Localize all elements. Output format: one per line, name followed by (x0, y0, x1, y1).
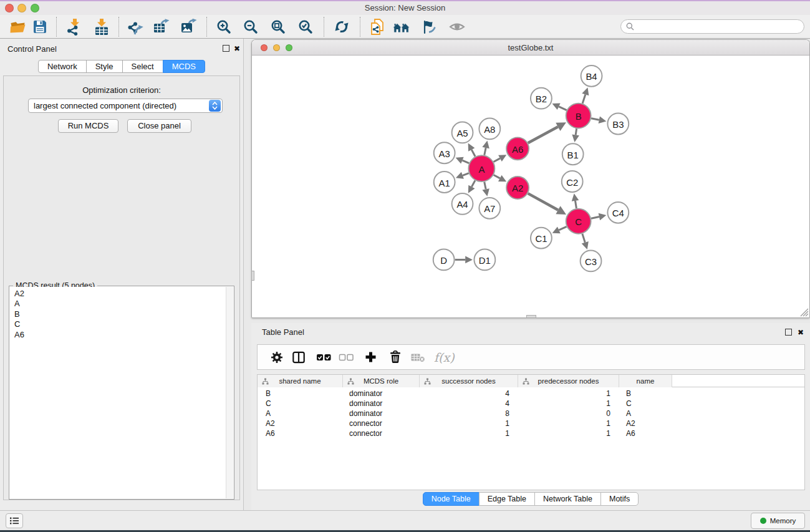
zoom-fit-button[interactable] (271, 16, 286, 37)
tab-network[interactable]: Network (38, 60, 87, 73)
tab-edge-table[interactable]: Edge Table (479, 492, 535, 506)
graph-edge-C-C4[interactable] (591, 216, 599, 218)
tab-network-table[interactable]: Network Table (534, 492, 601, 506)
select-stepper-icon (209, 100, 221, 112)
result-scrollbar[interactable] (226, 287, 233, 498)
table-row[interactable]: B dominator 4 1 B (258, 389, 804, 399)
zoom-in-icon (216, 19, 231, 34)
export-table-button[interactable] (153, 16, 170, 37)
graph-edge-A-A8[interactable] (485, 148, 486, 155)
resize-grip-icon[interactable] (800, 308, 809, 317)
search-input[interactable] (637, 21, 804, 32)
close-panel-icon[interactable]: ✖ (798, 329, 804, 336)
list-item[interactable]: A2 (14, 289, 226, 299)
minimize-window-button[interactable] (17, 4, 26, 12)
show-columns-button[interactable] (292, 345, 305, 369)
cell-shared-name: A6 (258, 428, 343, 438)
optimization-criterion-select[interactable]: largest connected component (directed) (28, 99, 223, 113)
cell-successor-nodes: 1 (420, 428, 518, 438)
float-panel-icon[interactable] (785, 329, 792, 336)
toolbar-divider (360, 17, 360, 37)
import-table-button[interactable] (94, 16, 109, 37)
export-image-icon (181, 19, 197, 35)
export-image-button[interactable] (181, 16, 197, 37)
graph-edge-A-A2[interactable] (494, 175, 500, 178)
duplicate-network-button[interactable] (370, 16, 385, 37)
table-row[interactable]: A6 connector 1 1 A6 (258, 428, 804, 438)
table-row[interactable]: C dominator 4 1 C (258, 399, 804, 409)
list-item[interactable]: A6 (14, 330, 226, 340)
table-settings-button[interactable] (271, 345, 283, 369)
graph-edge-A-A6[interactable] (494, 158, 500, 162)
close-network-window-button[interactable] (261, 44, 268, 51)
float-panel-icon[interactable] (223, 45, 229, 52)
import-network-button[interactable] (66, 16, 81, 37)
run-mcds-button[interactable]: Run MCDS (58, 119, 118, 133)
select-all-button[interactable] (316, 345, 332, 369)
tab-select[interactable]: Select (122, 60, 163, 73)
network-view-window: testGlobe.txt AA1A2A3A4A5A6A7A8BB1B2B3B4… (251, 39, 810, 318)
column-header-shared-name[interactable]: shared name (258, 375, 343, 387)
column-header-predecessor-nodes[interactable]: predecessor nodes (518, 375, 619, 387)
memory-button[interactable]: Memory (751, 513, 805, 529)
zoom-network-window-button[interactable] (286, 44, 292, 51)
column-header-successor-nodes[interactable]: successor nodes (420, 375, 518, 387)
graph-edge-C-C3[interactable] (582, 234, 585, 243)
import-table-icon (94, 19, 109, 36)
column-header-name[interactable]: name (619, 375, 672, 387)
list-item[interactable]: A (14, 299, 226, 309)
list-item[interactable]: C (14, 319, 226, 329)
network-window-titlebar[interactable]: testGlobe.txt (252, 40, 809, 56)
delete-column-button[interactable] (390, 345, 401, 369)
save-session-button[interactable] (32, 16, 47, 37)
graphics-details-button[interactable] (421, 16, 437, 37)
graph-edge-C-C1[interactable] (559, 226, 566, 230)
graph-edge-A-A4[interactable] (471, 180, 475, 186)
network-canvas[interactable]: AA1A2A3A4A5A6A7A8BB1B2B3B4CC1C2C3C4DD1 (252, 56, 809, 317)
graph-edge-A-A7[interactable] (485, 182, 486, 190)
tab-motifs[interactable]: Motifs (600, 492, 639, 506)
open-session-button[interactable] (9, 16, 26, 37)
panels-menu-button[interactable] (6, 513, 23, 528)
close-window-button[interactable] (5, 4, 14, 12)
graph-edge-C-C2[interactable] (575, 201, 576, 208)
zoom-window-button[interactable] (31, 4, 39, 12)
window-edge-handle[interactable] (251, 271, 254, 281)
list-item[interactable]: B (14, 309, 226, 319)
tab-mcds[interactable]: MCDS (163, 60, 205, 73)
tab-style[interactable]: Style (86, 60, 123, 73)
refresh-view-button[interactable] (334, 16, 349, 37)
session-home-button[interactable] (392, 16, 411, 37)
column-label: MCDS role (364, 377, 398, 385)
table-row[interactable]: A2 connector 1 1 A2 (258, 418, 804, 428)
tab-node-table[interactable]: Node Table (423, 492, 480, 506)
edge-arrowhead (572, 135, 579, 142)
zoom-selected-button[interactable] (298, 16, 313, 37)
add-column-button[interactable] (365, 345, 377, 369)
graph-edge-A6-B[interactable] (528, 127, 558, 143)
birdseye-view-button[interactable] (449, 16, 465, 37)
window-edge-handle[interactable] (526, 315, 536, 318)
cell-mcds-role: dominator (343, 389, 420, 399)
minimize-network-window-button[interactable] (273, 44, 280, 51)
table-row[interactable]: A dominator 8 0 A (258, 409, 804, 418)
search-field[interactable] (620, 19, 804, 34)
graph-edge-B-B4[interactable] (582, 94, 586, 103)
graph-edge-A-A3[interactable] (462, 160, 469, 163)
graph-edge-A2-C[interactable] (528, 193, 558, 210)
graph-edge-B-B1[interactable] (576, 128, 576, 135)
graph-edge-A-A1[interactable] (463, 173, 469, 176)
deselect-all-button[interactable] (339, 345, 354, 369)
export-network-button[interactable] (127, 16, 143, 37)
table-panel-title: Table Panel (262, 327, 304, 337)
column-header-mcds-role[interactable]: MCDS role (343, 375, 420, 387)
graph-edge-A-A5[interactable] (471, 150, 475, 157)
graph-edge-B-B2[interactable] (559, 107, 567, 110)
close-panel-icon[interactable]: ✖ (234, 45, 240, 52)
cell-predecessor-nodes: 1 (518, 389, 619, 399)
close-panel-button[interactable]: Close panel (127, 119, 191, 133)
graph-edge-B-B3[interactable] (591, 118, 599, 120)
zoom-out-button[interactable] (243, 16, 258, 37)
zoom-in-button[interactable] (216, 16, 231, 37)
toolbar-divider (206, 17, 207, 37)
